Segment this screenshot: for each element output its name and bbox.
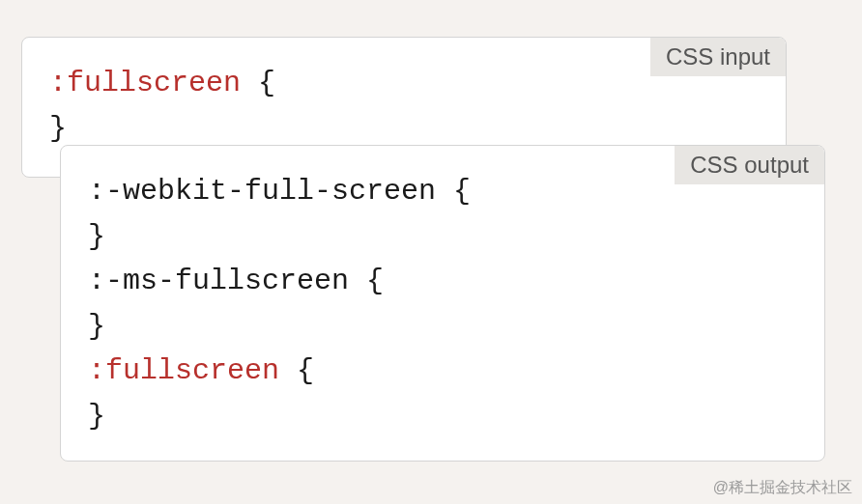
css-output-code: :-webkit-full-screen { } :-ms-fullscreen… [61,146,824,462]
css-output-label: CSS output [675,146,824,184]
css-input-label: CSS input [650,38,786,76]
css-output-box: CSS output :-webkit-full-screen { } :-ms… [60,145,825,462]
watermark: @稀土掘金技术社区 [713,478,852,498]
